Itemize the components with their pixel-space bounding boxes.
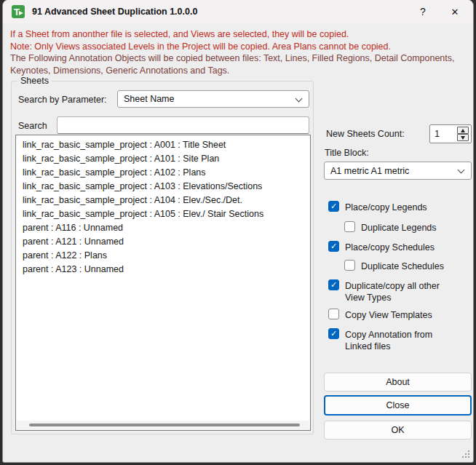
about-button[interactable]: About [324,373,472,392]
search-input[interactable] [57,116,309,134]
checkbox-icon [328,279,339,290]
sheet-list-item[interactable]: link_rac_basic_sample_project : A001 : T… [16,138,310,152]
checkbox-copy-view-templates[interactable]: Copy View Templates [328,309,432,321]
resize-grip[interactable] [461,450,469,458]
checkbox-label: Duplicate/copy all other View Types [345,280,456,304]
title-block-value: A1 metric A1 metric [330,166,409,176]
app-icon: T [12,5,25,18]
title-block-label: Title Block: [325,148,369,158]
checkbox-label: Copy Annotation from Linked files [345,329,456,353]
spinner-down-button[interactable] [457,134,469,141]
checkbox-label: Copy View Templates [345,309,432,322]
checkbox-label: Place/copy Legends [345,202,427,214]
checkbox-label: Duplicate Legends [361,222,437,234]
sheet-list-item[interactable]: parent : A116 : Unnamed [16,221,310,235]
sheet-list-item[interactable]: link_rac_basic_sample_project : A105 : E… [16,207,310,221]
sheet-list-item[interactable]: link_rac_basic_sample_project : A102 : P… [16,166,310,180]
checkbox-icon [328,328,339,339]
window-title: 91 Advanced Sheet Duplication 1.0.0.0 [32,0,197,23]
sheet-list-item[interactable]: link_rac_basic_sample_project : A103 : E… [16,180,310,194]
triangle-down-icon [461,136,465,140]
search-parameter-dropdown[interactable]: Sheet Name [117,90,309,108]
search-parameter-value: Sheet Name [124,94,174,104]
sheet-list-item[interactable]: link_rac_basic_sample_project : A104 : E… [16,194,310,207]
triangle-up-icon [461,129,465,132]
ok-button[interactable]: OK [324,421,472,440]
checkbox-icon [328,201,339,212]
warning-block: If a Sheet from anonther file is selecte… [10,28,459,76]
checkbox-duplicate-legends[interactable]: Duplicate Legends [344,221,437,234]
close-button[interactable]: Close [324,395,472,416]
spinner-up-button[interactable] [457,127,469,134]
chevron-down-icon [458,167,465,174]
checkbox-label: Duplicate Schedules [361,261,444,273]
new-sheets-count-label: New Sheets Count: [326,129,405,139]
title-bar: T 91 Advanced Sheet Duplication 1.0.0.0 … [3,0,473,23]
new-sheets-count-value: 1 [435,129,440,139]
window-close-icon[interactable]: ✕ [440,0,470,23]
checkbox-duplicate-copy-all-other-view-types[interactable]: Duplicate/copy all other View Types [328,279,456,304]
warning-line-1: If a Sheet from anonther file is selecte… [10,28,459,41]
app-icon-cursor-arrow [19,11,23,15]
checkbox-icon [328,241,339,252]
sheet-list-item[interactable]: link_rac_basic_sample_project : A101 : S… [16,152,310,166]
help-button[interactable]: ? [408,0,438,23]
title-block-dropdown[interactable]: A1 metric A1 metric [324,162,472,180]
checkbox-place-copy-schedules[interactable]: Place/copy Schedules [328,241,435,253]
checkbox-copy-annotation-from-linked-files[interactable]: Copy Annotation from Linked files [328,328,456,353]
new-sheets-count-spinner[interactable]: 1 [429,124,472,143]
checkbox-place-copy-legends[interactable]: Place/copy Legends [328,201,427,213]
scrollbar-thumb[interactable] [29,424,300,426]
checkbox-icon [328,309,339,319]
search-label: Search [18,121,47,131]
sheet-list-item[interactable]: parent : A121 : Unnamed [16,235,310,249]
checkbox-duplicate-schedules[interactable]: Duplicate Schedules [344,260,444,272]
sheet-list-item[interactable]: parent : A123 : Unnamed [16,263,310,277]
chevron-down-icon [295,95,303,103]
sheets-group: Sheets Search by Parameter: Sheet Name S… [11,81,314,434]
warning-line-2: Note: Only Views associated Levels in th… [10,41,459,53]
checkbox-icon [344,221,355,232]
warning-line-3: The Following Annotation Objects will be… [10,52,459,76]
sheet-list-item[interactable]: parent : A122 : Plans [16,249,310,263]
search-by-parameter-label: Search by Parameter: [18,95,107,105]
checkbox-icon [344,260,355,271]
dialog-window: T 91 Advanced Sheet Duplication 1.0.0.0 … [3,0,473,462]
sheet-list[interactable]: link_rac_basic_sample_project : A001 : T… [15,135,311,431]
checkbox-label: Place/copy Schedules [345,242,435,254]
horizontal-scrollbar[interactable] [17,421,309,430]
sheets-group-title: Sheets [17,76,52,86]
